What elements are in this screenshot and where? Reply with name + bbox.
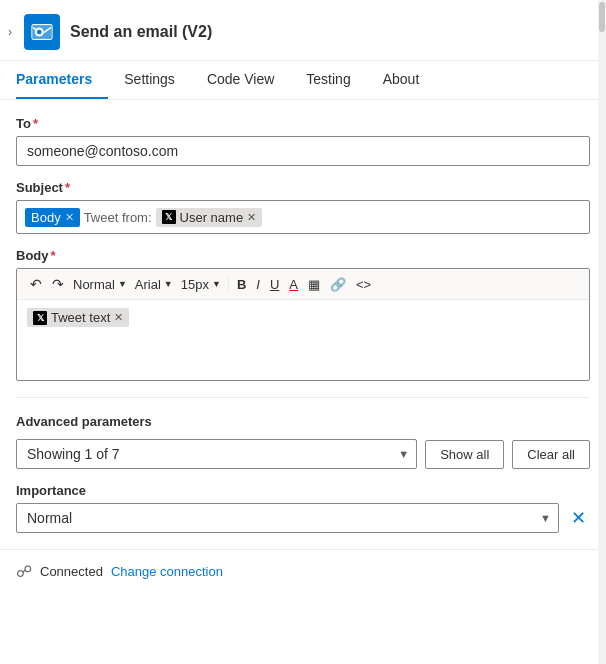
subject-label: Subject* xyxy=(16,180,590,195)
advanced-params-row: Showing 1 of 7 ▼ Show all Clear all xyxy=(16,439,590,469)
chip-body-label: Body xyxy=(31,210,61,225)
connected-icon: ☍ xyxy=(16,562,32,581)
subject-field-group: Subject* Body ✕ Tweet from: User name ✕ xyxy=(16,180,590,234)
importance-field-group: Importance NormalHighLow ▼ ✕ xyxy=(16,483,590,533)
undo-button[interactable]: ↶ xyxy=(25,273,47,295)
importance-row: NormalHighLow ▼ ✕ xyxy=(16,503,590,533)
rte-body[interactable]: Tweet text ✕ xyxy=(17,300,589,380)
tab-settings[interactable]: Settings xyxy=(108,61,191,99)
subject-chip-body[interactable]: Body ✕ xyxy=(25,208,80,227)
change-connection-link[interactable]: Change connection xyxy=(111,564,223,579)
font-style-dropdown[interactable]: Normal ▼ xyxy=(69,274,131,295)
body-rte: ↶ ↷ Normal ▼ Arial ▼ 15px ▼ xyxy=(16,268,590,381)
font-size-label: 15px xyxy=(181,277,209,292)
font-size-dropdown[interactable]: 15px ▼ xyxy=(177,274,225,295)
body-chip-tweet-close[interactable]: ✕ xyxy=(114,311,123,324)
to-label: To* xyxy=(16,116,590,131)
to-field-group: To* xyxy=(16,116,590,166)
link-button[interactable]: 🔗 xyxy=(325,274,351,295)
section-divider xyxy=(16,397,590,398)
app-icon xyxy=(24,14,60,50)
underline-button[interactable]: U xyxy=(265,274,284,295)
undo-icon: ↶ xyxy=(30,276,42,292)
chip-username-close[interactable]: ✕ xyxy=(247,211,256,224)
redo-icon: ↷ xyxy=(52,276,64,292)
body-field-group: Body* ↶ ↷ Normal ▼ Arial ▼ xyxy=(16,248,590,381)
to-input[interactable] xyxy=(16,136,590,166)
advanced-params-section: Advanced parameters Showing 1 of 7 ▼ Sho… xyxy=(16,414,590,533)
bold-button[interactable]: B xyxy=(232,274,251,295)
code-button[interactable]: <> xyxy=(351,274,376,295)
toolbar-separator-1 xyxy=(228,275,229,293)
importance-select[interactable]: NormalHighLow xyxy=(16,503,559,533)
importance-clear-button[interactable]: ✕ xyxy=(567,505,590,531)
importance-label: Importance xyxy=(16,483,590,498)
footer: ☍ Connected Change connection xyxy=(0,549,606,593)
font-style-chevron: ▼ xyxy=(118,279,127,289)
font-color-icon: A xyxy=(289,277,298,292)
tab-about[interactable]: About xyxy=(367,61,436,99)
tab-code-view[interactable]: Code View xyxy=(191,61,290,99)
advanced-params-label: Advanced parameters xyxy=(16,414,590,429)
svg-point-3 xyxy=(37,30,42,35)
tab-parameters[interactable]: Parameters xyxy=(16,61,108,99)
connected-status: Connected xyxy=(40,564,103,579)
outlook-svg xyxy=(31,21,53,43)
importance-select-wrapper: NormalHighLow ▼ xyxy=(16,503,559,533)
back-icon[interactable]: › xyxy=(8,25,12,39)
font-family-dropdown[interactable]: Arial ▼ xyxy=(131,274,177,295)
body-label: Body* xyxy=(16,248,590,263)
show-all-button[interactable]: Show all xyxy=(425,440,504,469)
twitter-icon-tweet xyxy=(33,311,47,325)
subject-chip-username[interactable]: User name ✕ xyxy=(156,208,263,227)
twitter-icon-username xyxy=(162,210,176,224)
page-title: Send an email (V2) xyxy=(70,23,212,41)
showing-select[interactable]: Showing 1 of 7 xyxy=(16,439,417,469)
font-color-button[interactable]: A xyxy=(284,274,303,295)
subject-input[interactable]: Body ✕ Tweet from: User name ✕ xyxy=(16,200,590,234)
chip-username-label: User name xyxy=(180,210,244,225)
code-icon: <> xyxy=(356,277,371,292)
underline-icon: U xyxy=(270,277,279,292)
highlight-button[interactable]: ▦ xyxy=(303,274,325,295)
chip-body-close[interactable]: ✕ xyxy=(65,211,74,224)
font-size-chevron: ▼ xyxy=(212,279,221,289)
tab-testing[interactable]: Testing xyxy=(290,61,366,99)
font-style-label: Normal xyxy=(73,277,115,292)
rte-toolbar: ↶ ↷ Normal ▼ Arial ▼ 15px ▼ xyxy=(17,269,589,300)
body-chip-tweet-label: Tweet text xyxy=(51,310,110,325)
bold-icon: B xyxy=(237,277,246,292)
italic-button[interactable]: I xyxy=(251,274,265,295)
font-family-chevron: ▼ xyxy=(164,279,173,289)
body-chip-tweet[interactable]: Tweet text ✕ xyxy=(27,308,129,327)
header: › Send an email (V2) xyxy=(0,0,606,61)
link-icon: 🔗 xyxy=(330,277,346,292)
font-family-label: Arial xyxy=(135,277,161,292)
rte-body-area: Tweet text ✕ xyxy=(17,300,589,380)
showing-select-wrapper: Showing 1 of 7 ▼ xyxy=(16,439,417,469)
main-content: To* Subject* Body ✕ Tweet from: User nam… xyxy=(0,100,606,533)
redo-button[interactable]: ↷ xyxy=(47,273,69,295)
subject-chip-prefix: Tweet from: xyxy=(84,210,152,225)
clear-all-button[interactable]: Clear all xyxy=(512,440,590,469)
tabs-bar: Parameters Settings Code View Testing Ab… xyxy=(0,61,606,100)
italic-icon: I xyxy=(256,277,260,292)
highlight-icon: ▦ xyxy=(308,277,320,292)
